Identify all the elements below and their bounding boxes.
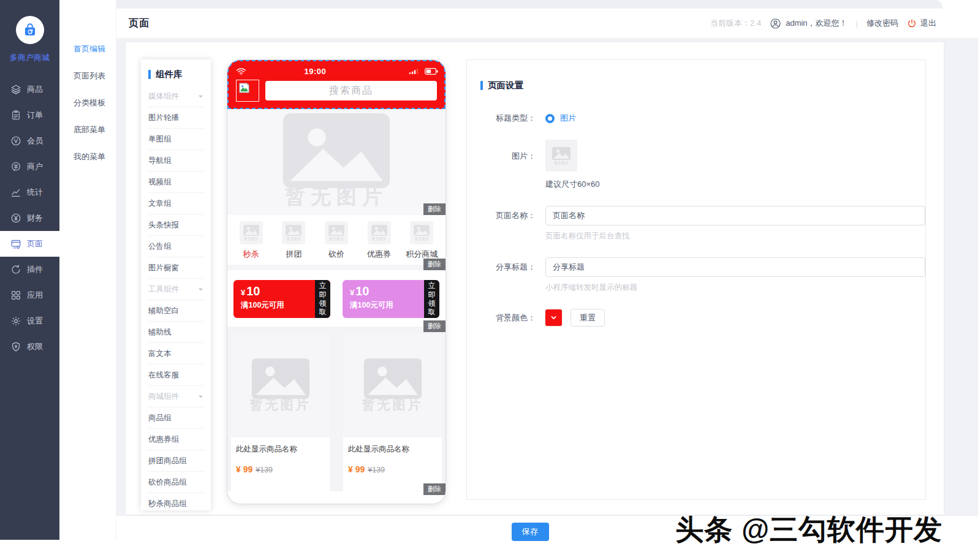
submenu-item-category-template[interactable]: 分类模板 <box>59 89 116 116</box>
radio-title-type-image[interactable] <box>545 114 555 123</box>
sidebar-item-label: 统计 <box>27 187 43 198</box>
product-card[interactable]: 暂无图片 此处显示商品名称 ¥ 99¥139 <box>343 335 442 491</box>
component-item[interactable]: 辅助线 <box>148 322 204 343</box>
component-item[interactable]: 头条快报 <box>148 214 204 236</box>
sidebar-item-label: 页面 <box>27 238 43 249</box>
sidebar-item-goods[interactable]: 商品 <box>0 77 59 102</box>
bg-color-label: 背景颜色： <box>491 312 536 324</box>
submenu-item-my-menu[interactable]: 我的菜单 <box>59 143 116 170</box>
delete-banner-button[interactable]: 删除 <box>423 203 445 215</box>
delete-coupons-button[interactable]: 删除 <box>423 320 445 332</box>
gear-icon <box>10 316 21 327</box>
submenu-item-home-edit[interactable]: 首页编辑 <box>59 36 116 62</box>
image-placeholder-icon <box>552 147 570 160</box>
bg-color-picker[interactable] <box>545 309 562 326</box>
coupon-card-red[interactable]: ¥10 满100元可用 立即领取 <box>233 280 330 318</box>
delete-products-button[interactable]: 删除 <box>423 483 445 495</box>
share-title-input[interactable] <box>545 257 925 277</box>
nav-item-coupon[interactable]: 暂无图片 优惠券 <box>360 221 398 260</box>
version-label: 当前版本：2.4 <box>710 18 761 29</box>
sidebar-item-apps[interactable]: 应用 <box>0 282 59 308</box>
component-item[interactable]: 拼团商品组 <box>148 450 204 472</box>
sidebar-item-permissions[interactable]: 权限 <box>0 334 59 360</box>
image-upload-thumbnail[interactable]: 暂无图片 <box>545 140 577 172</box>
brand-name: 多商户商城 <box>10 53 50 63</box>
banner-component[interactable]: 暂无图片 删除 <box>227 109 445 215</box>
layers-icon <box>10 84 21 95</box>
main-area: 页面 当前版本：2.4 admin，欢迎您！ | 修改密码 退出 <box>116 0 978 560</box>
coupon-claim-button[interactable]: 立即领取 <box>424 280 439 318</box>
sidebar-item-finance[interactable]: 财务 <box>0 205 59 231</box>
sidebar-item-plugins[interactable]: 插件 <box>0 257 59 282</box>
search-products-bar[interactable]: 搜索商品 <box>265 81 437 100</box>
component-item[interactable]: 商品组 <box>148 407 204 429</box>
coupon-claim-button[interactable]: 立即领取 <box>315 280 330 318</box>
sidebar-item-merchants[interactable]: 商户 <box>0 154 59 180</box>
radio-label-image[interactable]: 图片 <box>560 113 576 124</box>
image-label: 图片： <box>491 140 536 162</box>
secondary-sidebar: 首页编辑 页面列表 分类模板 底部菜单 我的菜单 <box>59 0 116 540</box>
page-name-row: 页面名称： <box>491 206 925 225</box>
sidebar-item-members[interactable]: 会员 <box>0 128 59 154</box>
sidebar-item-label: 商品 <box>27 84 43 95</box>
coupon-card-violet[interactable]: ¥10 满100元可用 立即领取 <box>343 280 439 318</box>
component-item[interactable]: 视频组 <box>148 172 204 193</box>
image-upload-row: 图片： 暂无图片 建议尺寸60×60 <box>491 140 925 190</box>
component-group-mall[interactable]: 商城组件 <box>148 386 204 407</box>
phone-logo-slot[interactable] <box>236 80 259 102</box>
editor-card: 组件库 媒体组件 图片轮播 单图组 导航组 视频组 文章组 头条快报 公告组 图… <box>126 42 944 515</box>
submenu-item-bottom-menu[interactable]: 底部菜单 <box>59 116 116 143</box>
sidebar-item-pages[interactable]: 页面 <box>0 231 59 257</box>
submenu-item-page-list[interactable]: 页面列表 <box>59 62 116 89</box>
phone-header-component-selected[interactable]: 19:00 <box>227 60 445 109</box>
component-library-panel: 组件库 媒体组件 图片轮播 单图组 导航组 视频组 文章组 头条快报 公告组 图… <box>141 59 211 510</box>
sidebar-item-label: 订单 <box>27 110 43 121</box>
component-item[interactable]: 文章组 <box>148 193 204 214</box>
component-group-media[interactable]: 媒体组件 <box>148 86 204 107</box>
product-card[interactable]: 暂无图片 此处显示商品名称 ¥ 99¥139 <box>231 335 330 491</box>
component-group-tools[interactable]: 工具组件 <box>148 279 204 300</box>
chevron-down-icon <box>198 394 203 399</box>
sidebar-item-settings[interactable]: 设置 <box>0 308 59 334</box>
delete-nav-button[interactable]: 删除 <box>423 259 445 270</box>
change-password-link[interactable]: 修改密码 <box>866 18 898 29</box>
sidebar-item-label: 插件 <box>27 264 43 275</box>
page-name-input[interactable] <box>545 206 925 225</box>
logout-link[interactable]: 退出 <box>907 18 936 29</box>
sidebar-item-stats[interactable]: 统计 <box>0 180 59 205</box>
component-item[interactable]: 富文本 <box>148 343 204 365</box>
component-item[interactable]: 秒杀商品组 <box>148 493 204 510</box>
nav-item-points-mall[interactable]: 暂无图片 积分商城 <box>403 221 441 260</box>
product-name: 此处显示商品名称 <box>236 444 325 455</box>
reset-color-button[interactable]: 重置 <box>570 309 605 327</box>
coupon-group-component[interactable]: ¥10 满100元可用 立即领取 ¥10 满100元可用 立即领取 删除 <box>227 270 445 327</box>
component-item[interactable]: 单图组 <box>148 129 204 150</box>
chart-line-icon <box>10 187 21 198</box>
component-item[interactable]: 导航组 <box>148 150 204 172</box>
chevron-down-icon <box>550 314 557 321</box>
user-chip[interactable]: admin，欢迎您！ <box>770 18 847 29</box>
nav-group-component[interactable]: 暂无图片 秒杀 暂无图片 拼团 暂无图片 <box>227 215 445 265</box>
logout-label: 退出 <box>920 18 936 29</box>
no-image-text: 暂无图片 <box>285 183 388 211</box>
component-item[interactable]: 在线客服 <box>148 365 204 386</box>
component-item[interactable]: 砍价商品组 <box>148 472 204 493</box>
sidebar-item-orders[interactable]: 订单 <box>0 102 59 128</box>
component-item[interactable]: 公告组 <box>148 236 204 257</box>
component-item[interactable]: 辅助空白 <box>148 300 204 322</box>
nav-item-bargain[interactable]: 暂无图片 砍价 <box>317 221 355 260</box>
share-title-hint: 小程序端转发时显示的标题 <box>545 282 925 293</box>
nav-item-seckill[interactable]: 暂无图片 秒杀 <box>232 221 270 260</box>
page-name-label: 页面名称： <box>491 210 536 221</box>
save-button[interactable]: 保存 <box>512 523 549 541</box>
nav-item-groupbuy[interactable]: 暂无图片 拼团 <box>275 221 313 260</box>
component-item[interactable]: 优惠券组 <box>148 429 204 450</box>
component-item[interactable]: 图片橱窗 <box>148 257 204 279</box>
component-item[interactable]: 图片轮播 <box>148 107 204 129</box>
phone-statusbar: 19:00 <box>236 64 437 78</box>
member-v-icon <box>10 135 21 146</box>
component-library-title: 组件库 <box>141 59 211 86</box>
shield-icon <box>10 341 21 352</box>
product-group-component[interactable]: 暂无图片 此处显示商品名称 ¥ 99¥139 暂无图片 <box>227 327 445 491</box>
signal-icon <box>409 67 419 75</box>
